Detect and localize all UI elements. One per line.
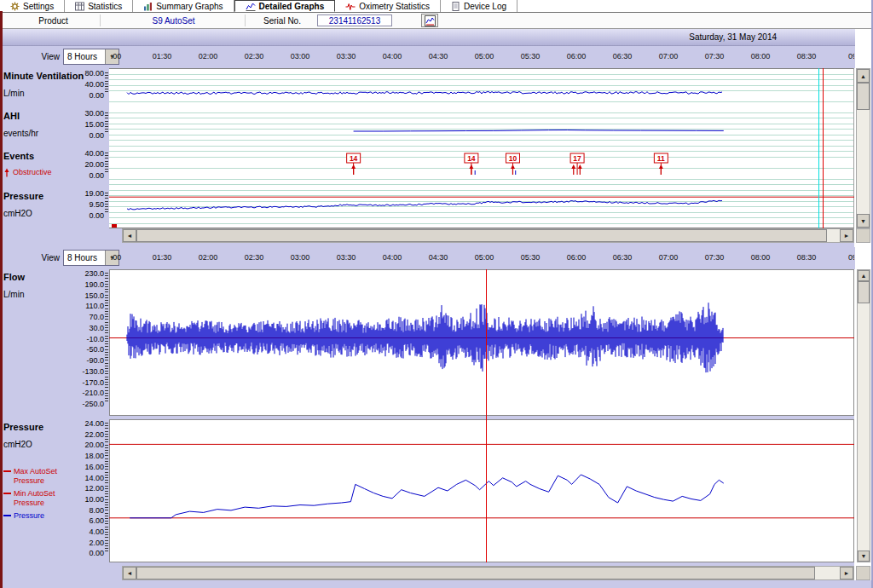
obstructive-event-marker-head <box>578 164 582 169</box>
pressure-detail-plot[interactable] <box>109 419 854 562</box>
y-tick-label: 8.00 <box>60 506 104 515</box>
tab-settings[interactable]: Settings <box>0 0 65 12</box>
y-tick-label: 70.0 <box>60 313 104 321</box>
bottom-vertical-scrollbar[interactable]: ▲ ▼ <box>857 269 870 562</box>
pressure-summary-chart <box>109 188 854 228</box>
pressure-detail-chart <box>109 419 854 562</box>
time-tick-label: 05:00 <box>475 52 494 61</box>
time-axis-top: :0001:3002:0002:3003:0003:3004:0004:3005… <box>109 46 854 68</box>
event-flag-count: 17 <box>573 154 581 163</box>
pressure-detail-unit: cmH2O <box>3 440 32 449</box>
pressure-summary-unit: cmH2O <box>3 209 32 218</box>
time-tick-label: 06:00 <box>567 253 587 262</box>
flow-title: Flow <box>3 272 25 282</box>
legend-label: Pressure <box>14 511 44 521</box>
time-tick-label: 01:30 <box>153 52 172 61</box>
y-tick-label: -210.0 <box>60 389 104 397</box>
events-plot[interactable]: 1414101711 <box>109 148 854 188</box>
scrollbar-corner <box>856 566 870 580</box>
y-tick-label: 10.00 <box>60 495 104 504</box>
event-flag-count: 10 <box>509 154 517 163</box>
y-tick-label: 19.00 <box>60 189 104 198</box>
scroll-down-button[interactable]: ▼ <box>857 214 870 228</box>
time-tick-label: 02:00 <box>199 52 218 61</box>
time-tick-label: 04:00 <box>383 253 402 262</box>
y-tick-label: 16.00 <box>60 463 104 471</box>
tab-bar: SettingsStatisticsSummary GraphsDetailed… <box>0 0 873 13</box>
time-tick-label: 08:30 <box>797 253 817 262</box>
top-vertical-scrollbar[interactable]: ▲ ▼ <box>856 68 870 228</box>
tab-device-log[interactable]: Device Log <box>441 0 517 12</box>
date-header-strip: Saturday, 31 May 2014 <box>0 29 855 46</box>
scroll-right-button[interactable]: ► <box>840 567 853 579</box>
time-tick-label: 05:00 <box>475 253 494 262</box>
report-button[interactable] <box>421 14 438 27</box>
scrollbar-thumb[interactable] <box>858 281 870 303</box>
top-horizontal-scrollbar[interactable]: ◄ ► <box>122 228 854 243</box>
scroll-up-button[interactable]: ▲ <box>858 270 870 281</box>
scrollbar-thumb[interactable] <box>136 567 815 579</box>
y-tick-label: 9.50 <box>60 200 104 209</box>
time-tick-label: 09 <box>848 253 854 262</box>
legend-pressure: Pressure <box>3 511 44 521</box>
scroll-right-button[interactable]: ► <box>840 229 853 242</box>
time-tick-label: 03:00 <box>291 52 310 61</box>
time-tick-label: 03:30 <box>337 52 356 61</box>
scrollbar-thumb[interactable] <box>136 229 827 242</box>
ahi-plot[interactable] <box>109 108 854 148</box>
axis-tick-ruler <box>105 273 108 403</box>
time-tick-label: 06:30 <box>613 52 633 61</box>
y-tick-label: -130.0 <box>60 367 104 376</box>
y-tick-label: 150.0 <box>60 291 104 300</box>
view-label-bottom: View <box>26 253 60 262</box>
events-chart: 1414101711 <box>109 148 854 188</box>
y-tick-label: 2.00 <box>60 539 104 547</box>
y-tick-label: 110.0 <box>60 302 104 310</box>
serial-value: 23141162513 <box>317 14 392 26</box>
time-tick-label: 04:00 <box>383 52 402 61</box>
legend-line-swatch <box>3 493 11 494</box>
tab-label: Settings <box>23 2 54 11</box>
y-tick-label: 0.00 <box>60 549 104 557</box>
flow-unit: L/min <box>3 290 24 299</box>
event-flag-count: 14 <box>467 154 476 163</box>
legend-line-swatch <box>3 470 11 472</box>
time-tick-label: 03:00 <box>291 253 310 262</box>
gear-icon <box>10 2 20 11</box>
ahi-unit: events/hr <box>3 129 38 138</box>
time-tick-label: 08:30 <box>797 52 817 61</box>
time-tick-label: 06:30 <box>613 253 633 262</box>
flow-plot[interactable] <box>109 269 854 416</box>
obstructive-event-marker-head <box>571 164 575 169</box>
legend-maxautoset-pressure: Max AutoSetPressure <box>3 467 57 486</box>
ahi-chart <box>109 108 854 148</box>
flow-chart <box>109 269 854 416</box>
tab-statistics[interactable]: Statistics <box>65 0 133 12</box>
report-icon <box>425 15 436 26</box>
flow-signal-trace <box>127 303 723 372</box>
y-tick-label: 4.00 <box>60 527 104 536</box>
ahi-title: AHI <box>3 111 20 121</box>
scroll-left-button[interactable]: ◄ <box>123 567 136 579</box>
y-tick-label: 0.00 <box>60 211 104 220</box>
date-text: Saturday, 31 May 2014 <box>689 32 777 42</box>
bar-chart-icon <box>143 2 153 11</box>
minute-ventilation-plot[interactable] <box>109 68 854 108</box>
tab-summary-graphs[interactable]: Summary Graphs <box>133 0 234 12</box>
scroll-up-button[interactable]: ▲ <box>857 69 870 83</box>
bottom-horizontal-scrollbar[interactable]: ◄ ► <box>122 566 854 580</box>
tab-detailed-graphs[interactable]: Detailed Graphs <box>234 0 336 12</box>
legend-label: Max AutoSetPressure <box>14 467 57 486</box>
scrollbar-thumb[interactable] <box>857 83 870 110</box>
time-tick-label: 02:30 <box>245 253 264 262</box>
red-cursor-line <box>823 68 824 228</box>
scroll-down-button[interactable]: ▼ <box>858 551 870 562</box>
scroll-left-button[interactable]: ◄ <box>123 229 136 242</box>
legend-minautoset-pressure: Min AutoSetPressure <box>3 489 55 508</box>
legend-label: Min AutoSetPressure <box>14 489 55 508</box>
product-value: S9 AutoSet <box>102 14 246 26</box>
time-tick-label: 04:30 <box>429 253 448 262</box>
pressure-summary-plot[interactable] <box>109 188 854 228</box>
tab-oximetry-statistics[interactable]: Oximetry Statistics <box>335 0 441 12</box>
minute-ventilation-trace <box>127 92 722 95</box>
